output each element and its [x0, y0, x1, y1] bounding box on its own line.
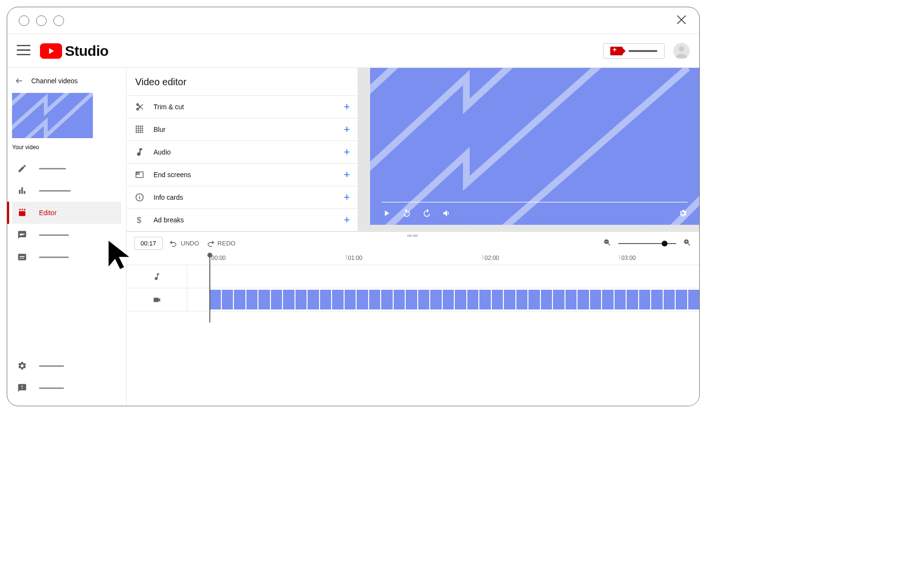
clip-segment[interactable]	[688, 290, 700, 309]
svg-point-2	[136, 126, 137, 127]
plus-icon[interactable]: +	[344, 124, 350, 135]
clip-segment[interactable]	[308, 290, 319, 309]
placeholder-text	[39, 168, 66, 169]
clip-segment[interactable]	[504, 290, 515, 309]
create-button[interactable]	[603, 43, 665, 59]
studio-logo[interactable]: Studio	[40, 43, 108, 59]
settings-gear-icon[interactable]	[678, 208, 688, 220]
video-preview[interactable]	[370, 68, 699, 225]
tool-info-cards[interactable]: Info cards +	[127, 186, 358, 208]
clip-segment[interactable]	[406, 290, 417, 309]
replay-10-icon[interactable]	[402, 208, 411, 220]
clip-segment[interactable]	[578, 290, 589, 309]
drag-handle-icon[interactable]: ══	[407, 232, 419, 239]
window-dot[interactable]	[36, 15, 47, 26]
plus-icon[interactable]: +	[344, 102, 350, 112]
sidebar-item-feedback[interactable]	[12, 377, 121, 399]
time-mark: 00:00	[211, 255, 226, 261]
clip-segment[interactable]	[271, 290, 282, 309]
clip-segment[interactable]	[651, 290, 663, 309]
sidebar-item-settings[interactable]	[12, 355, 121, 377]
clip-segment[interactable]	[418, 290, 430, 309]
account-avatar[interactable]	[673, 43, 690, 59]
clip-segment[interactable]	[381, 290, 393, 309]
clip-segment[interactable]	[369, 290, 381, 309]
back-to-channel-videos[interactable]: Channel videos	[12, 75, 121, 91]
zoom-slider[interactable]	[618, 243, 676, 244]
sidebar-item-comments[interactable]	[12, 224, 121, 246]
timeline: ══ 00:17 UNDO REDO	[127, 232, 699, 406]
clip-segment[interactable]	[345, 290, 356, 309]
svg-point-1	[679, 46, 684, 52]
gear-icon	[17, 361, 27, 371]
plus-icon[interactable]: +	[344, 215, 350, 225]
clip-segment[interactable]	[528, 290, 540, 309]
clip-segment[interactable]	[627, 290, 638, 309]
redo-button[interactable]: REDO	[206, 239, 236, 248]
clip-segment[interactable]	[430, 290, 442, 309]
clip-segment[interactable]	[209, 290, 221, 309]
clip-segment[interactable]	[664, 290, 675, 309]
play-icon[interactable]	[382, 208, 391, 220]
svg-point-5	[142, 126, 143, 127]
clip-segment[interactable]	[516, 290, 528, 309]
clip-segment[interactable]	[676, 290, 687, 309]
tool-trim-cut[interactable]: Trim & cut +	[127, 95, 358, 118]
clip-segment[interactable]	[394, 290, 405, 309]
sidebar-item-editor[interactable]: Editor	[12, 202, 121, 224]
clip-segment[interactable]	[222, 290, 233, 309]
plus-icon[interactable]: +	[344, 147, 350, 157]
plus-icon[interactable]: +	[344, 192, 350, 203]
timecode-display[interactable]: 00:17	[134, 237, 163, 250]
timeline-ruler[interactable]: 00:00 01:00 02:00 03:00	[127, 255, 699, 265]
sidebar-item-details[interactable]	[12, 157, 121, 180]
clip-segment[interactable]	[443, 290, 454, 309]
audio-track[interactable]	[127, 265, 699, 288]
clip-segment[interactable]	[590, 290, 602, 309]
video-thumbnail[interactable]	[12, 93, 93, 138]
tool-blur[interactable]: Blur +	[127, 118, 358, 141]
clip-segment[interactable]	[639, 290, 651, 309]
clip-segment[interactable]	[320, 290, 332, 309]
clip-segment[interactable]	[492, 290, 503, 309]
sidebar-item-analytics[interactable]	[12, 180, 121, 202]
create-video-icon	[610, 47, 623, 55]
clip-segment[interactable]	[541, 290, 552, 309]
window-controls	[19, 15, 64, 26]
clip-segment[interactable]	[357, 290, 368, 309]
undo-label: UNDO	[181, 240, 199, 247]
close-icon[interactable]	[675, 13, 688, 28]
window-dot[interactable]	[53, 15, 64, 26]
clip-segment[interactable]	[479, 290, 491, 309]
progress-bar[interactable]	[382, 202, 688, 203]
clip-segment[interactable]	[332, 290, 344, 309]
clip-segment[interactable]	[615, 290, 626, 309]
video-track[interactable]	[127, 288, 699, 311]
clip-segment[interactable]	[565, 290, 577, 309]
plus-icon[interactable]: +	[344, 169, 350, 180]
playhead[interactable]	[209, 255, 210, 322]
clip-segment[interactable]	[258, 290, 270, 309]
forward-10-icon[interactable]	[422, 208, 432, 220]
clip-segment[interactable]	[553, 290, 565, 309]
video-clips[interactable]	[209, 288, 699, 311]
clip-segment[interactable]	[234, 290, 245, 309]
end-screen-icon	[134, 169, 145, 180]
tool-audio[interactable]: Audio +	[127, 141, 358, 163]
tool-end-screens[interactable]: End screens +	[127, 163, 358, 186]
tool-ad-breaks[interactable]: $ Ad breaks +	[127, 208, 358, 232]
window-dot[interactable]	[19, 15, 29, 26]
undo-button[interactable]: UNDO	[169, 239, 199, 248]
menu-icon[interactable]	[17, 45, 30, 57]
sidebar-item-subtitles[interactable]	[12, 246, 121, 268]
clip-segment[interactable]	[283, 290, 295, 309]
volume-icon[interactable]	[442, 208, 452, 220]
clip-segment[interactable]	[467, 290, 479, 309]
clip-segment[interactable]	[602, 290, 614, 309]
svg-point-10	[136, 129, 137, 131]
clip-segment[interactable]	[246, 290, 258, 309]
zoom-in-icon[interactable]	[683, 238, 692, 248]
clip-segment[interactable]	[455, 290, 466, 309]
zoom-out-icon[interactable]	[603, 238, 612, 248]
clip-segment[interactable]	[295, 290, 307, 309]
